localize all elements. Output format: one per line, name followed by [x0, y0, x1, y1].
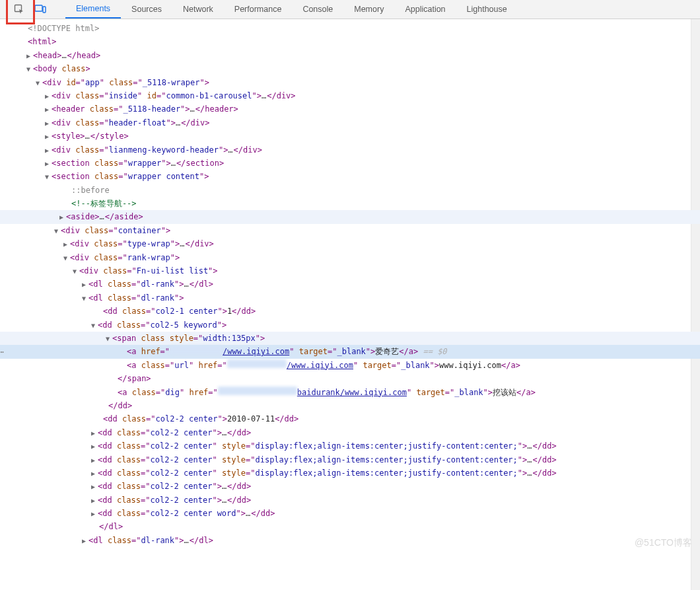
- tab-network[interactable]: Network: [172, 0, 224, 18]
- tab-sources[interactable]: Sources: [121, 0, 172, 18]
- child-header[interactable]: ▶<header class="_5118-header">…</header>: [0, 102, 700, 116]
- svg-rect-1: [35, 5, 42, 11]
- child-section-wrapper[interactable]: ▶<section class="wrapper">…</section>: [0, 157, 700, 170]
- dd-plain-5[interactable]: ▶<dd class="col2-2 center">…</dd>: [0, 494, 700, 507]
- svg-rect-2: [43, 7, 46, 13]
- span-close[interactable]: ▶</span>: [0, 372, 700, 385]
- elements-panel[interactable]: ▶<!DOCTYPE html> ▶<html> ▶<head>…</head>…: [0, 19, 700, 555]
- a-iqiyi-1[interactable]: ⋯ ▶<a href="/www.iqiyi.com" target="_bla…: [0, 345, 700, 358]
- aside-line[interactable]: ▶<aside>…</aside>: [0, 210, 700, 223]
- span-style[interactable]: ▼<span class style="width:135px">: [0, 332, 700, 345]
- selected-marker-icon: ⋯: [0, 345, 5, 359]
- doctype-line[interactable]: ▶<!DOCTYPE html>: [0, 22, 700, 35]
- a-dig[interactable]: ▶<a class="dig" href="baidurank/www.iqiy…: [0, 386, 700, 399]
- tab-memory[interactable]: Memory: [343, 0, 394, 18]
- toolbar-left-icons: [9, 3, 51, 16]
- pseudo-before[interactable]: ▶::before: [0, 184, 700, 197]
- child-header-float[interactable]: ▶<div class="header-float">…</div>: [0, 116, 700, 129]
- tab-application[interactable]: Application: [394, 0, 456, 18]
- a-iqiyi-2[interactable]: ▶<a class="url" href="/www.iqiyi.com" ta…: [0, 359, 700, 372]
- dd-plain-1[interactable]: ▶<dd class="col2-2 center" style="displa…: [0, 439, 700, 453]
- section-content[interactable]: ▼<section class="wrapper content">: [0, 170, 700, 183]
- container-line[interactable]: ▼<div class="container">: [0, 224, 700, 237]
- devtools-toolbar: Elements Sources Network Performance Con…: [0, 0, 700, 19]
- dd-plain-4[interactable]: ▶<dd class="col2-2 center">…</dd>: [0, 480, 700, 493]
- tab-lighthouse[interactable]: Lighthouse: [456, 0, 518, 18]
- inspect-element-icon[interactable]: [13, 3, 26, 16]
- device-toggle-icon[interactable]: [34, 3, 47, 16]
- dl-rank-2[interactable]: ▼<dl class="dl-rank">: [0, 291, 700, 305]
- type-wrap-line[interactable]: ▶<div class="type-wrap">…</div>: [0, 237, 700, 250]
- child-lianmeng[interactable]: ▶<div class="lianmeng-keyword-header">…<…: [0, 143, 700, 157]
- dd-date[interactable]: ▶<dd class="col2-2 center">2010-07-11</d…: [0, 412, 700, 425]
- dd-plain-0[interactable]: ▶<dd class="col2-2 center">…</dd>: [0, 426, 700, 439]
- dd-close[interactable]: ▶</dd>: [0, 399, 700, 412]
- dl-close[interactable]: ▶</dl>: [0, 520, 700, 533]
- body-line[interactable]: ▼<body class>: [0, 62, 700, 75]
- tab-performance[interactable]: Performance: [224, 0, 293, 18]
- devtools-tabs: Elements Sources Network Performance Con…: [65, 0, 518, 18]
- dd-plain-3[interactable]: ▶<dd class="col2-2 center" style="displa…: [0, 466, 700, 480]
- child-style[interactable]: ▶<style>…</style>: [0, 129, 700, 143]
- dl-rank-1[interactable]: ▶<dl class="dl-rank">…</dl>: [0, 277, 700, 291]
- dl-rank-3[interactable]: ▶<dl class="dl-rank">…</dl>: [0, 534, 700, 547]
- fn-ui-list-line[interactable]: ▼<div class="Fn-ui-list list">: [0, 264, 700, 277]
- tab-elements[interactable]: Elements: [65, 0, 121, 18]
- child-inside[interactable]: ▶<div class="inside" id="common-b1-carou…: [0, 89, 700, 102]
- app-div[interactable]: ▼<div id="app" class="_5118-wraper">: [0, 76, 700, 89]
- dd-keyword[interactable]: ▼<dd class="col2-5 keyword">: [0, 318, 700, 332]
- comment-nav[interactable]: ▶<!--标签导航-->: [0, 197, 700, 210]
- html-open[interactable]: ▶<html>: [0, 35, 700, 48]
- dd-plain-2[interactable]: ▶<dd class="col2-2 center" style="displa…: [0, 453, 700, 466]
- rank-wrap-line[interactable]: ▼<div class="rank-wrap">: [0, 251, 700, 264]
- head-line[interactable]: ▶<head>…</head>: [0, 49, 700, 62]
- tab-console[interactable]: Console: [292, 0, 343, 18]
- dd-plain-6[interactable]: ▶<dd class="col2-2 center word">…</dd>: [0, 507, 700, 520]
- dd-col21[interactable]: ▶<dd class="col2-1 center">1</dd>: [0, 305, 700, 318]
